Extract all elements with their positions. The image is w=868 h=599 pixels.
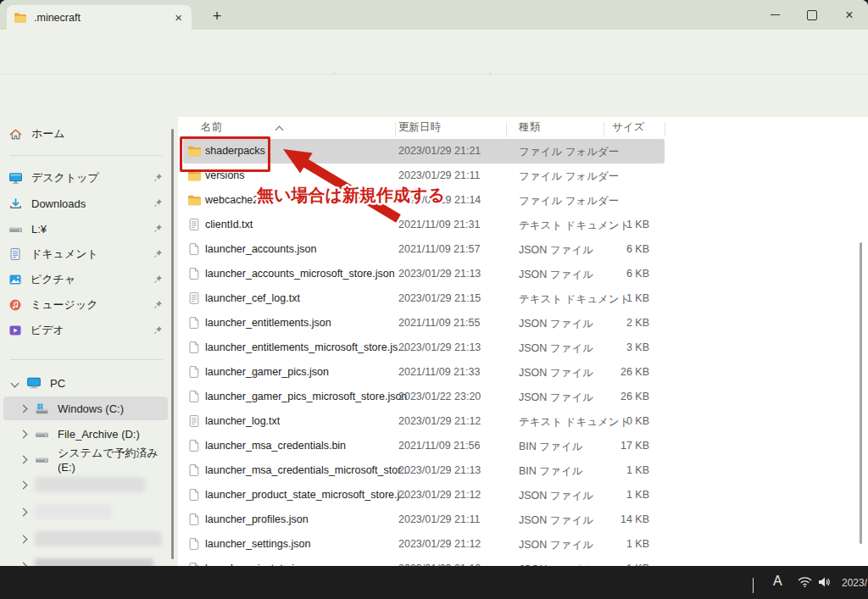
- new-tab-button[interactable]: +: [207, 7, 227, 27]
- sidebar-item[interactable]: L:¥: [3, 217, 168, 241]
- tree-item-label: Windows (C:): [58, 402, 124, 415]
- file-row-launcher-entitlements-json[interactable]: launcher_entitlements.json2021/11/09 21:…: [183, 311, 665, 336]
- column-header-name[interactable]: 名前: [201, 120, 222, 139]
- column-divider[interactable]: [395, 122, 396, 136]
- file-date: 2023/01/29 21:13: [398, 268, 481, 280]
- volume-icon[interactable]: [817, 576, 832, 591]
- file-row-shaderpacks[interactable]: shaderpacks2023/01/29 21:21ファイル フォルダー: [183, 139, 665, 164]
- column-header-type[interactable]: 種類: [519, 120, 540, 139]
- chevron-right-icon[interactable]: [19, 404, 28, 413]
- file-name: webcache2: [205, 194, 259, 206]
- folder-icon: [187, 144, 202, 158]
- tree-item-label: PC: [50, 377, 65, 390]
- column-divider[interactable]: [506, 122, 507, 136]
- file-icon: [187, 390, 202, 404]
- column-divider[interactable]: [604, 122, 604, 136]
- command-bar: 新規作成: [0, 30, 868, 75]
- chevron-right-icon[interactable]: [19, 430, 28, 438]
- folder-icon: [187, 169, 202, 183]
- pc-icon: [26, 375, 42, 391]
- file-row-launcher-settings-json[interactable]: launcher_settings.json2023/01/29 21:12JS…: [183, 532, 665, 557]
- file-name: versions: [205, 169, 245, 181]
- file-row-launcher-cef-log-txt[interactable]: launcher_cef_log.txt2023/01/29 21:15テキスト…: [183, 286, 665, 311]
- sidebar-item[interactable]: ビデオ: [3, 319, 168, 342]
- file-row-versions[interactable]: versions2023/01/29 21:11ファイル フォルダー: [183, 164, 665, 188]
- maximize-button[interactable]: [793, 0, 831, 30]
- column-header-date[interactable]: 更新日時: [398, 120, 441, 139]
- chevron-right-icon[interactable]: [19, 480, 28, 489]
- file-date: 2021/11/09 21:56: [398, 440, 480, 452]
- file-row-launcher-log-txt[interactable]: launcher_log.txt2023/01/29 21:12テキスト ドキュ…: [183, 409, 665, 434]
- pin-icon[interactable]: [153, 248, 163, 261]
- column-header-size[interactable]: サイズ: [612, 120, 644, 139]
- column-divider[interactable]: [665, 122, 665, 136]
- tree-item-redacted[interactable]: [3, 554, 168, 566]
- file-name: launcher_cef_log.txt: [205, 292, 300, 304]
- file-row-webcache2[interactable]: webcache22023/01/29 21:14ファイル フォルダー: [183, 188, 665, 213]
- pin-icon[interactable]: [153, 324, 163, 337]
- tree-item-redacted[interactable]: [3, 527, 168, 551]
- file-type: ファイル フォルダー: [519, 194, 619, 208]
- tree-item-redacted[interactable]: [3, 500, 168, 524]
- file-row-clientid-txt[interactable]: clientId.txt2021/11/09 21:31テキスト ドキュメント1…: [183, 213, 665, 237]
- downloads-icon: [8, 197, 23, 211]
- pin-icon[interactable]: [153, 274, 163, 286]
- sidebar-item[interactable]: ドキュメント: [3, 242, 168, 266]
- file-row-launcher-gamer-pics-microsoft-store-json[interactable]: launcher_gamer_pics_microsoft_store.json…: [183, 385, 665, 409]
- file-date: 2023/01/29 21:13: [398, 464, 481, 476]
- drive-icon: [35, 452, 49, 467]
- pin-icon[interactable]: [153, 197, 163, 210]
- tree-item-windows-c-[interactable]: Windows (C:): [3, 397, 168, 420]
- file-row-launcher-accounts-json[interactable]: launcher_accounts.json2021/11/09 21:57JS…: [183, 237, 665, 262]
- pin-icon[interactable]: [153, 299, 163, 312]
- taskbar-clock[interactable]: 2023/: [842, 577, 867, 589]
- file-icon: [187, 439, 202, 453]
- tree-item-file-archive-d-[interactable]: File_Archive (D:): [3, 422, 168, 446]
- sidebar-scrollbar[interactable]: [171, 129, 174, 559]
- tree-item--e-[interactable]: システムで予約済み (E:): [3, 447, 168, 471]
- text-file-icon: [187, 291, 202, 306]
- ime-indicator[interactable]: A: [773, 574, 782, 589]
- file-row-launcher-profiles-json[interactable]: launcher_profiles.json2023/01/29 21:11JS…: [183, 507, 665, 532]
- redacted-label: [35, 504, 111, 519]
- tab-minecraft[interactable]: .minecraft ×: [7, 5, 192, 30]
- chevron-right-icon[interactable]: [19, 455, 28, 463]
- file-date: 2023/01/29 21:21: [398, 145, 481, 157]
- chevron-down-icon[interactable]: [11, 379, 19, 387]
- file-date: 2021/11/09 21:33: [398, 366, 480, 378]
- tree-item-redacted[interactable]: [3, 473, 168, 496]
- chevron-right-icon[interactable]: [19, 507, 28, 516]
- wifi-icon[interactable]: [797, 576, 813, 591]
- file-row-launcher-msa-credentials-microsoft-stor-[interactable]: launcher_msa_credentials_microsoft_stor.…: [183, 458, 665, 483]
- file-row-launcher-entitlements-microsoft-store-js-[interactable]: launcher_entitlements_microsoft_store.js…: [183, 336, 665, 360]
- sidebar-item[interactable]: デスクトップ: [3, 166, 168, 190]
- file-row-launcher-ui-state-json[interactable]: launcher_ui_state.json2023/01/29 21:12JS…: [183, 557, 665, 566]
- file-pane-scrollbar[interactable]: [860, 242, 862, 544]
- sidebar-item-label: L:¥: [31, 223, 47, 236]
- file-row-launcher-product-state-microsoft-store-j-[interactable]: launcher_product_state_microsoft_store.j…: [183, 483, 665, 507]
- navigation-bar: ← → ↑ C:¥Users¥¥AppData¥Roaming¥.minecra…: [0, 75, 868, 117]
- file-row-launcher-accounts-microsoft-store-json[interactable]: launcher_accounts_microsoft_store.json20…: [183, 262, 665, 286]
- show-hidden-icons-button[interactable]: [753, 578, 754, 593]
- sidebar-item[interactable]: ピクチャ: [3, 268, 168, 291]
- tab-close-icon[interactable]: ×: [172, 11, 185, 24]
- minimize-button[interactable]: [756, 0, 793, 30]
- file-type: ファイル フォルダー: [519, 145, 619, 159]
- file-name: launcher_product_state_microsoft_store.j…: [205, 489, 409, 501]
- file-date: 2023/01/22 23:20: [398, 391, 481, 402]
- sidebar-item[interactable]: Downloads: [3, 191, 168, 215]
- file-name: launcher_gamer_pics.json: [205, 366, 329, 378]
- redacted-label: [35, 477, 145, 492]
- file-row-launcher-gamer-pics-json[interactable]: launcher_gamer_pics.json2021/11/09 21:33…: [183, 360, 665, 385]
- sidebar-item[interactable]: ミュージック: [3, 293, 168, 317]
- tree-item-pc[interactable]: PC: [3, 371, 168, 395]
- pin-icon[interactable]: [153, 223, 163, 236]
- tab-title: .minecraft: [34, 12, 165, 24]
- sidebar-item-home[interactable]: ホーム: [3, 122, 168, 146]
- close-button[interactable]: ×: [831, 0, 868, 30]
- chevron-right-icon[interactable]: [19, 535, 28, 543]
- file-row-launcher-msa-credentials-bin[interactable]: launcher_msa_credentials.bin2021/11/09 2…: [183, 434, 665, 458]
- tab-strip: .minecraft × + ×: [0, 0, 868, 30]
- file-type: ファイル フォルダー: [519, 169, 619, 184]
- pin-icon[interactable]: [153, 172, 163, 185]
